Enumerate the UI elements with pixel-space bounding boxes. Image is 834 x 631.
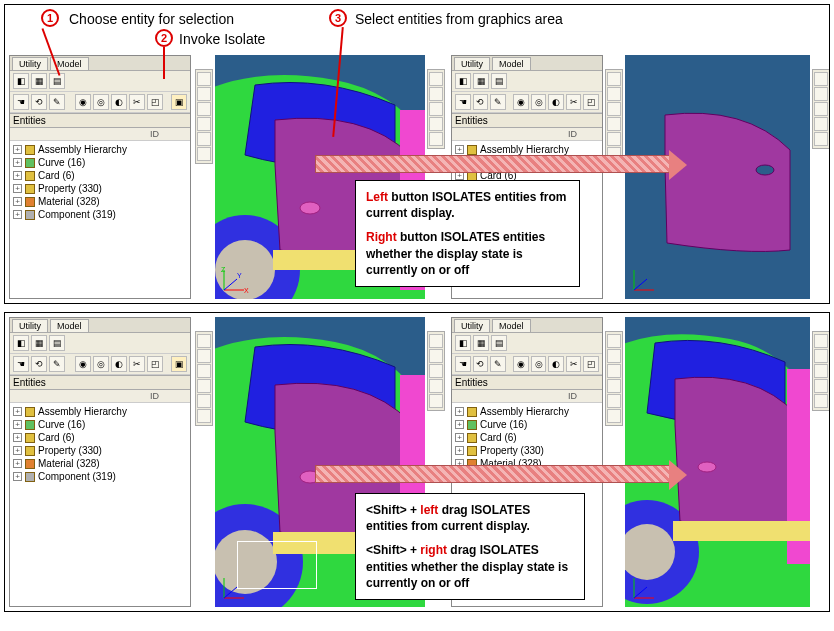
- mini-tool-icon[interactable]: [607, 379, 621, 393]
- mini-tool-icon[interactable]: [429, 349, 443, 363]
- toolbar-icon[interactable]: ☚: [13, 356, 29, 372]
- mini-tool-icon[interactable]: [429, 364, 443, 378]
- toolbar-icon[interactable]: ⟲: [31, 356, 47, 372]
- toolbar-icon[interactable]: ☚: [13, 94, 29, 110]
- toolbar-icon[interactable]: ▤: [491, 335, 507, 351]
- mini-tool-icon[interactable]: [197, 87, 211, 101]
- tree-assembly[interactable]: Assembly Hierarchy: [38, 405, 127, 418]
- mini-tool-icon[interactable]: [814, 72, 828, 86]
- tree-material[interactable]: Material (328): [38, 457, 100, 470]
- toolbar-icon[interactable]: ◧: [455, 335, 471, 351]
- tab-model[interactable]: Model: [492, 319, 531, 332]
- toolbar-icon[interactable]: ▦: [31, 335, 47, 351]
- tree-card[interactable]: Card (6): [480, 431, 517, 444]
- mini-tool-icon[interactable]: [429, 394, 443, 408]
- tree-property[interactable]: Property (330): [38, 444, 102, 457]
- isolate-button[interactable]: ▣: [171, 94, 187, 110]
- toolbar-icon[interactable]: ◰: [583, 94, 599, 110]
- toolbar-icon[interactable]: ✎: [49, 94, 65, 110]
- tree-assembly[interactable]: Assembly Hierarchy: [480, 405, 569, 418]
- toolbar-icon[interactable]: ✎: [49, 356, 65, 372]
- mini-tool-icon[interactable]: [607, 117, 621, 131]
- isolate-button[interactable]: ▣: [171, 356, 187, 372]
- toolbar-icon[interactable]: ◐: [548, 94, 564, 110]
- toolbar-icon[interactable]: ◐: [548, 356, 564, 372]
- tree-component[interactable]: Component (319): [38, 470, 116, 483]
- mini-tool-icon[interactable]: [429, 72, 443, 86]
- mini-tool-icon[interactable]: [607, 72, 621, 86]
- mini-tool-icon[interactable]: [197, 72, 211, 86]
- graphics-viewport-after-2[interactable]: [625, 317, 810, 607]
- tree-curve[interactable]: Curve (16): [38, 156, 85, 169]
- toolbar-icon[interactable]: ◎: [93, 356, 109, 372]
- toolbar-icon[interactable]: ⟲: [473, 94, 489, 110]
- tab-utility[interactable]: Utility: [454, 319, 490, 332]
- mini-tool-icon[interactable]: [197, 349, 211, 363]
- mini-tool-icon[interactable]: [814, 334, 828, 348]
- toolbar-icon[interactable]: ✂: [566, 94, 582, 110]
- toolbar-icon[interactable]: ✂: [566, 356, 582, 372]
- toolbar-icon[interactable]: ◐: [111, 356, 127, 372]
- toolbar-icon[interactable]: ◉: [513, 356, 529, 372]
- toolbar-icon[interactable]: ◰: [583, 356, 599, 372]
- mini-tool-icon[interactable]: [429, 334, 443, 348]
- mini-tool-icon[interactable]: [814, 132, 828, 146]
- toolbar-icon[interactable]: ✎: [490, 356, 506, 372]
- entity-tree[interactable]: +Assembly Hierarchy +Curve (16) +Card (6…: [10, 403, 190, 606]
- graphics-viewport-after-1[interactable]: [625, 55, 810, 299]
- mini-tool-icon[interactable]: [814, 117, 828, 131]
- mini-tool-icon[interactable]: [607, 102, 621, 116]
- mini-tool-icon[interactable]: [429, 132, 443, 146]
- toolbar-icon[interactable]: ▦: [31, 73, 47, 89]
- tree-curve[interactable]: Curve (16): [38, 418, 85, 431]
- mini-tool-icon[interactable]: [814, 87, 828, 101]
- mini-tool-icon[interactable]: [814, 349, 828, 363]
- mini-tool-icon[interactable]: [197, 409, 211, 423]
- toolbar-icon[interactable]: ◰: [147, 94, 163, 110]
- toolbar-icon[interactable]: ☚: [455, 356, 471, 372]
- mini-tool-icon[interactable]: [607, 334, 621, 348]
- mini-tool-icon[interactable]: [814, 364, 828, 378]
- tab-model[interactable]: Model: [492, 57, 531, 70]
- tab-utility[interactable]: Utility: [12, 57, 48, 70]
- toolbar-icon[interactable]: ✂: [129, 94, 145, 110]
- toolbar-icon[interactable]: ◉: [75, 94, 91, 110]
- mini-tool-icon[interactable]: [429, 117, 443, 131]
- toolbar-icon[interactable]: ◧: [455, 73, 471, 89]
- toolbar-icon[interactable]: ▤: [49, 73, 65, 89]
- tree-material[interactable]: Material (328): [38, 195, 100, 208]
- toolbar-icon[interactable]: ◉: [513, 94, 529, 110]
- mini-tool-icon[interactable]: [607, 349, 621, 363]
- toolbar-icon[interactable]: ✎: [490, 94, 506, 110]
- mini-tool-icon[interactable]: [607, 364, 621, 378]
- tab-utility[interactable]: Utility: [454, 57, 490, 70]
- mini-tool-icon[interactable]: [607, 132, 621, 146]
- toolbar-icon[interactable]: ✂: [129, 356, 145, 372]
- tree-property[interactable]: Property (330): [480, 444, 544, 457]
- mini-tool-icon[interactable]: [429, 87, 443, 101]
- mini-tool-icon[interactable]: [197, 102, 211, 116]
- tab-utility[interactable]: Utility: [12, 319, 48, 332]
- mini-tool-icon[interactable]: [429, 102, 443, 116]
- toolbar-icon[interactable]: ▦: [473, 335, 489, 351]
- mini-tool-icon[interactable]: [197, 334, 211, 348]
- toolbar-icon[interactable]: ◉: [75, 356, 91, 372]
- mini-tool-icon[interactable]: [607, 409, 621, 423]
- toolbar-icon[interactable]: ◎: [531, 94, 547, 110]
- mini-tool-icon[interactable]: [197, 147, 211, 161]
- toolbar-icon[interactable]: ◎: [93, 94, 109, 110]
- toolbar-icon[interactable]: ☚: [455, 94, 471, 110]
- toolbar-icon[interactable]: ⟲: [473, 356, 489, 372]
- mini-tool-icon[interactable]: [814, 379, 828, 393]
- toolbar-icon[interactable]: ◎: [531, 356, 547, 372]
- mini-tool-icon[interactable]: [197, 379, 211, 393]
- mini-tool-icon[interactable]: [607, 394, 621, 408]
- toolbar-icon[interactable]: ◰: [147, 356, 163, 372]
- mini-tool-icon[interactable]: [607, 87, 621, 101]
- mini-tool-icon[interactable]: [197, 132, 211, 146]
- mini-tool-icon[interactable]: [814, 102, 828, 116]
- toolbar-icon[interactable]: ▤: [491, 73, 507, 89]
- tree-curve[interactable]: Curve (16): [480, 418, 527, 431]
- toolbar-icon[interactable]: ◧: [13, 335, 29, 351]
- mini-tool-icon[interactable]: [814, 394, 828, 408]
